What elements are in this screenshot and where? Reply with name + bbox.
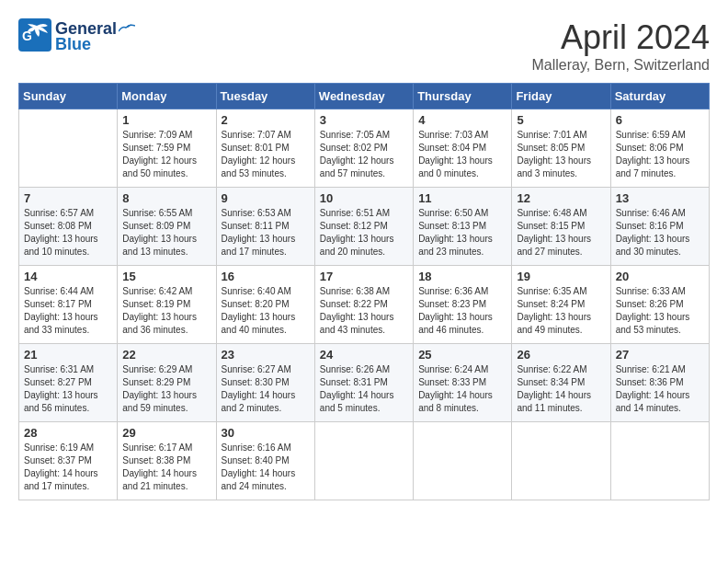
calendar-cell: 18Sunrise: 6:36 AMSunset: 8:23 PMDayligh… [414,266,512,344]
calendar-cell: 6Sunrise: 6:59 AMSunset: 8:06 PMDaylight… [610,109,709,188]
day-info: Sunrise: 6:36 AMSunset: 8:23 PMDaylight:… [418,285,506,337]
day-number: 13 [616,191,704,205]
weekday-header-row: SundayMondayTuesdayWednesdayThursdayFrid… [19,84,710,109]
day-number: 26 [517,348,605,362]
day-number: 20 [616,270,704,283]
calendar-cell: 15Sunrise: 6:42 AMSunset: 8:19 PMDayligh… [118,266,216,344]
calendar-cell: 1Sunrise: 7:09 AMSunset: 7:59 PMDaylight… [118,109,216,188]
location-title: Malleray, Bern, Switzerland [531,57,710,74]
calendar-cell: 20Sunrise: 6:33 AMSunset: 8:26 PMDayligh… [610,266,709,344]
calendar-cell: 27Sunrise: 6:21 AMSunset: 8:36 PMDayligh… [610,344,709,422]
day-number: 23 [222,348,310,362]
calendar-cell: 4Sunrise: 7:03 AMSunset: 8:04 PMDaylight… [414,109,512,188]
month-title: April 2024 [531,18,710,57]
week-row-3: 21Sunrise: 6:31 AMSunset: 8:27 PMDayligh… [19,344,710,422]
day-number: 18 [418,270,506,283]
day-info: Sunrise: 7:07 AMSunset: 8:01 PMDaylight:… [222,129,310,180]
weekday-header-tuesday: Tuesday [216,84,314,109]
day-info: Sunrise: 6:57 AMSunset: 8:08 PMDaylight:… [24,207,112,259]
week-row-0: 1Sunrise: 7:09 AMSunset: 7:59 PMDaylight… [19,109,710,188]
calendar-cell: 12Sunrise: 6:48 AMSunset: 8:15 PMDayligh… [512,188,610,266]
day-number: 9 [222,191,310,205]
calendar-cell: 22Sunrise: 6:29 AMSunset: 8:29 PMDayligh… [118,344,216,422]
day-info: Sunrise: 6:50 AMSunset: 8:13 PMDaylight:… [418,207,506,259]
calendar-cell: 10Sunrise: 6:51 AMSunset: 8:12 PMDayligh… [314,188,413,266]
day-info: Sunrise: 6:22 AMSunset: 8:34 PMDaylight:… [517,363,605,415]
logo-icon: G [18,18,51,55]
calendar-cell: 17Sunrise: 6:38 AMSunset: 8:22 PMDayligh… [314,266,413,344]
day-info: Sunrise: 6:26 AMSunset: 8:31 PMDaylight:… [320,363,408,415]
day-info: Sunrise: 6:21 AMSunset: 8:36 PMDaylight:… [616,363,704,415]
day-number: 11 [418,191,506,205]
day-number: 25 [418,348,506,362]
day-number: 10 [320,191,408,205]
day-info: Sunrise: 7:03 AMSunset: 8:04 PMDaylight:… [418,129,506,180]
calendar-cell: 7Sunrise: 6:57 AMSunset: 8:08 PMDaylight… [19,188,118,266]
weekday-header-thursday: Thursday [414,84,512,109]
day-number: 14 [24,270,112,283]
day-info: Sunrise: 6:53 AMSunset: 8:11 PMDaylight:… [222,207,310,259]
calendar-cell: 28Sunrise: 6:19 AMSunset: 8:37 PMDayligh… [19,422,118,500]
day-number: 7 [24,191,112,205]
day-number: 19 [517,270,605,283]
day-info: Sunrise: 6:44 AMSunset: 8:17 PMDaylight:… [24,285,112,337]
day-info: Sunrise: 6:33 AMSunset: 8:26 PMDaylight:… [616,285,704,337]
day-number: 22 [122,348,210,362]
weekday-header-saturday: Saturday [610,84,709,109]
day-number: 16 [222,270,310,283]
header: G General Blue April 2024 Malleray, Bern… [18,18,710,74]
day-info: Sunrise: 6:42 AMSunset: 8:19 PMDaylight:… [122,285,210,337]
day-number: 29 [122,426,210,440]
weekday-header-friday: Friday [512,84,610,109]
calendar-cell: 8Sunrise: 6:55 AMSunset: 8:09 PMDaylight… [118,188,216,266]
week-row-2: 14Sunrise: 6:44 AMSunset: 8:17 PMDayligh… [19,266,710,344]
day-number: 21 [24,348,112,362]
day-number: 17 [320,270,408,283]
calendar-cell: 24Sunrise: 6:26 AMSunset: 8:31 PMDayligh… [314,344,413,422]
calendar-cell: 11Sunrise: 6:50 AMSunset: 8:13 PMDayligh… [414,188,512,266]
day-info: Sunrise: 6:19 AMSunset: 8:37 PMDaylight:… [24,442,112,493]
calendar-cell: 14Sunrise: 6:44 AMSunset: 8:17 PMDayligh… [19,266,118,344]
day-number: 24 [320,348,408,362]
calendar-cell [512,422,610,500]
day-number: 6 [616,113,704,127]
calendar-cell: 9Sunrise: 6:53 AMSunset: 8:11 PMDaylight… [216,188,314,266]
calendar-cell: 16Sunrise: 6:40 AMSunset: 8:20 PMDayligh… [216,266,314,344]
day-info: Sunrise: 6:48 AMSunset: 8:15 PMDaylight:… [517,207,605,259]
day-number: 3 [320,113,408,127]
day-number: 27 [616,348,704,362]
day-number: 5 [517,113,605,127]
weekday-header-wednesday: Wednesday [314,84,413,109]
day-number: 30 [222,426,310,440]
day-number: 8 [122,191,210,205]
day-info: Sunrise: 6:51 AMSunset: 8:12 PMDaylight:… [320,207,408,259]
day-number: 12 [517,191,605,205]
day-info: Sunrise: 7:01 AMSunset: 8:05 PMDaylight:… [517,129,605,180]
calendar-cell: 30Sunrise: 6:16 AMSunset: 8:40 PMDayligh… [216,422,314,500]
calendar-cell [414,422,512,500]
day-info: Sunrise: 6:29 AMSunset: 8:29 PMDaylight:… [122,363,210,415]
calendar-cell: 23Sunrise: 6:27 AMSunset: 8:30 PMDayligh… [216,344,314,422]
weekday-header-sunday: Sunday [19,84,118,109]
day-info: Sunrise: 6:16 AMSunset: 8:40 PMDaylight:… [222,442,310,493]
day-info: Sunrise: 7:05 AMSunset: 8:02 PMDaylight:… [320,129,408,180]
calendar-table: SundayMondayTuesdayWednesdayThursdayFrid… [18,83,710,500]
day-info: Sunrise: 6:38 AMSunset: 8:22 PMDaylight:… [320,285,408,337]
calendar-cell: 2Sunrise: 7:07 AMSunset: 8:01 PMDaylight… [216,109,314,188]
calendar-cell: 13Sunrise: 6:46 AMSunset: 8:16 PMDayligh… [610,188,709,266]
day-info: Sunrise: 6:46 AMSunset: 8:16 PMDaylight:… [616,207,704,259]
day-number: 28 [24,426,112,440]
day-info: Sunrise: 7:09 AMSunset: 7:59 PMDaylight:… [122,129,210,180]
week-row-1: 7Sunrise: 6:57 AMSunset: 8:08 PMDaylight… [19,188,710,266]
day-info: Sunrise: 6:17 AMSunset: 8:38 PMDaylight:… [122,442,210,493]
calendar-cell: 25Sunrise: 6:24 AMSunset: 8:33 PMDayligh… [414,344,512,422]
calendar-cell: 29Sunrise: 6:17 AMSunset: 8:38 PMDayligh… [118,422,216,500]
day-info: Sunrise: 6:55 AMSunset: 8:09 PMDaylight:… [122,207,210,259]
calendar-cell: 26Sunrise: 6:22 AMSunset: 8:34 PMDayligh… [512,344,610,422]
day-info: Sunrise: 6:59 AMSunset: 8:06 PMDaylight:… [616,129,704,180]
day-info: Sunrise: 6:35 AMSunset: 8:24 PMDaylight:… [517,285,605,337]
calendar-cell: 21Sunrise: 6:31 AMSunset: 8:27 PMDayligh… [19,344,118,422]
weekday-header-monday: Monday [118,84,216,109]
week-row-4: 28Sunrise: 6:19 AMSunset: 8:37 PMDayligh… [19,422,710,500]
day-info: Sunrise: 6:31 AMSunset: 8:27 PMDaylight:… [24,363,112,415]
